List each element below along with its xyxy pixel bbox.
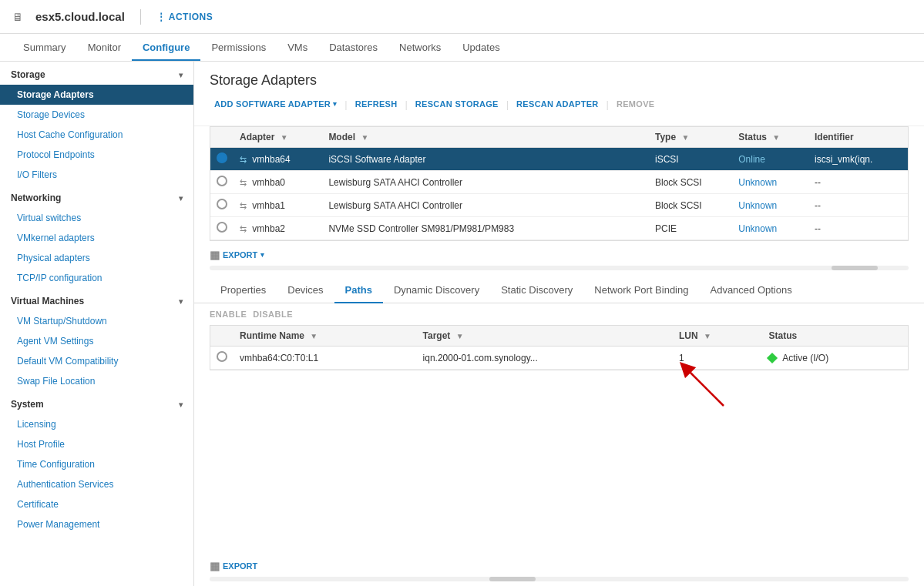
row-radio-1[interactable] bbox=[210, 148, 234, 171]
table-row[interactable]: ⇆ vmhba64 iSCSI Software Adapter iSCSI O… bbox=[210, 148, 908, 171]
radio-icon-2 bbox=[217, 176, 227, 186]
adapter-type-4: PCIE bbox=[649, 217, 732, 240]
path-lun-1: 1 bbox=[673, 347, 763, 370]
path-col-target[interactable]: Target ▼ bbox=[417, 326, 673, 347]
export-upper-button[interactable]: ▦ EXPORT ▾ bbox=[210, 249, 264, 261]
tab-permissions[interactable]: Permissions bbox=[200, 35, 277, 61]
radio-icon-4 bbox=[217, 222, 227, 233]
sidebar-section-vms[interactable]: Virtual Machines ▾ bbox=[0, 288, 193, 311]
subtab-dynamic-discovery[interactable]: Dynamic Discovery bbox=[383, 278, 490, 303]
sidebar-section-vms-label: Virtual Machines bbox=[11, 296, 84, 306]
sidebar-item-auth-services[interactable]: Authentication Services bbox=[0, 474, 193, 494]
adapter-id-1: iscsi_vmk(iqn. bbox=[808, 148, 908, 171]
sidebar-item-storage-adapters[interactable]: Storage Adapters bbox=[0, 85, 193, 105]
sidebar-item-io-filters[interactable]: I/O Filters bbox=[0, 165, 193, 185]
sidebar-item-vmkernel-adapters[interactable]: VMkernel adapters bbox=[0, 228, 193, 248]
sep2: | bbox=[405, 99, 407, 110]
subtab-properties[interactable]: Properties bbox=[210, 278, 277, 303]
tab-updates[interactable]: Updates bbox=[452, 35, 510, 61]
row-radio-4[interactable] bbox=[210, 217, 234, 240]
sidebar-item-vm-startup[interactable]: VM Startup/Shutdown bbox=[0, 311, 193, 331]
sidebar-item-physical-adapters[interactable]: Physical adapters bbox=[0, 248, 193, 268]
sidebar-item-host-cache[interactable]: Host Cache Configuration bbox=[0, 125, 193, 145]
actions-button[interactable]: ⋮ ACTIONS bbox=[156, 12, 213, 22]
table-row[interactable]: vmhba64:C0:T0:L1 iqn.2000-01.com.synolog… bbox=[210, 347, 908, 370]
adapters-table: Adapter ▼ Model ▼ Type ▼ Status ▼ Identi… bbox=[210, 127, 908, 240]
sidebar-item-host-profile[interactable]: Host Profile bbox=[0, 434, 193, 454]
tab-vms[interactable]: VMs bbox=[277, 35, 318, 61]
table-row[interactable]: ⇆ vmhba1 Lewisburg SATA AHCI Controller … bbox=[210, 194, 908, 217]
export-lower-button[interactable]: ▦ EXPORT bbox=[210, 560, 257, 572]
scroll-thumb-2[interactable] bbox=[489, 577, 536, 581]
subtab-static-discovery[interactable]: Static Discovery bbox=[490, 278, 583, 303]
path-col-runtime[interactable]: Runtime Name ▼ bbox=[234, 326, 417, 347]
path-col-radio bbox=[210, 326, 234, 347]
subtab-paths[interactable]: Paths bbox=[334, 278, 383, 303]
sidebar-item-default-vm-compat[interactable]: Default VM Compatibility bbox=[0, 351, 193, 371]
sidebar-item-power-management[interactable]: Power Management bbox=[0, 514, 193, 534]
row-radio-3[interactable] bbox=[210, 194, 234, 217]
upper-table-section: Adapter ▼ Model ▼ Type ▼ Status ▼ Identi… bbox=[194, 126, 924, 241]
sidebar: Storage ▾ Storage Adapters Storage Devic… bbox=[0, 62, 194, 586]
sidebar-item-time-config[interactable]: Time Configuration bbox=[0, 454, 193, 474]
sidebar-item-swap-file[interactable]: Swap File Location bbox=[0, 371, 193, 391]
sidebar-item-protocol-endpoints[interactable]: Protocol Endpoints bbox=[0, 145, 193, 165]
col-type[interactable]: Type ▼ bbox=[649, 127, 732, 148]
sidebar-section-system[interactable]: System ▾ bbox=[0, 391, 193, 414]
col-adapter[interactable]: Adapter ▼ bbox=[234, 127, 322, 148]
col-identifier[interactable]: Identifier bbox=[808, 127, 908, 148]
refresh-button[interactable]: REFRESH bbox=[351, 96, 402, 112]
sidebar-section-system-label: System bbox=[11, 399, 44, 410]
active-io-icon bbox=[767, 353, 778, 363]
path-col-status[interactable]: Status bbox=[762, 326, 908, 347]
radio-icon-3 bbox=[217, 199, 227, 209]
col-status[interactable]: Status ▼ bbox=[732, 127, 808, 148]
col-model[interactable]: Model ▼ bbox=[322, 127, 649, 148]
table-row[interactable]: ⇆ vmhba2 NVMe SSD Controller SM981/PM981… bbox=[210, 217, 908, 240]
sidebar-item-virtual-switches[interactable]: Virtual switches bbox=[0, 208, 193, 228]
active-io-label: Active (I/O) bbox=[782, 353, 828, 363]
sidebar-section-networking[interactable]: Networking ▾ bbox=[0, 185, 193, 208]
path-col-lun[interactable]: LUN ▼ bbox=[673, 326, 763, 347]
sep3: | bbox=[506, 99, 509, 110]
adapter-type-3: Block SCSI bbox=[649, 194, 732, 217]
sidebar-item-licensing[interactable]: Licensing bbox=[0, 414, 193, 434]
sidebar-item-certificate[interactable]: Certificate bbox=[0, 494, 193, 514]
tab-configure[interactable]: Configure bbox=[132, 35, 200, 61]
sidebar-item-storage-devices[interactable]: Storage Devices bbox=[0, 105, 193, 125]
row-radio-2[interactable] bbox=[210, 171, 234, 194]
chevron-down-icon-4: ▾ bbox=[179, 400, 183, 409]
tab-networks[interactable]: Networks bbox=[388, 35, 452, 61]
add-software-adapter-button[interactable]: ADD SOFTWARE ADAPTER ▾ bbox=[210, 96, 341, 112]
subtab-advanced-options[interactable]: Advanced Options bbox=[699, 278, 802, 303]
enable-button[interactable]: ENABLE bbox=[210, 310, 247, 319]
table-row[interactable]: ⇆ vmhba0 Lewisburg SATA AHCI Controller … bbox=[210, 171, 908, 194]
scroll-thumb-1[interactable] bbox=[832, 266, 878, 270]
tab-datastores[interactable]: Datastores bbox=[318, 35, 388, 61]
disable-button[interactable]: DISABLE bbox=[253, 310, 293, 319]
sidebar-item-tcpip-config[interactable]: TCP/IP configuration bbox=[0, 268, 193, 288]
path-runtime-1: vmhba64:C0:T0:L1 bbox=[234, 347, 417, 370]
adapter-name-2: ⇆ vmhba0 bbox=[234, 171, 322, 194]
remove-button[interactable]: REMOVE bbox=[612, 96, 659, 112]
adapter-icon-2: ⇆ bbox=[240, 178, 247, 187]
adapters-table-container: Adapter ▼ Model ▼ Type ▼ Status ▼ Identi… bbox=[210, 126, 909, 241]
host-name: esx5.cloud.local bbox=[35, 10, 125, 23]
adapter-icon-4: ⇆ bbox=[240, 224, 247, 233]
sidebar-section-networking-label: Networking bbox=[11, 193, 61, 203]
rescan-storage-button[interactable]: RESCAN STORAGE bbox=[411, 96, 503, 112]
export-chevron-icon: ▾ bbox=[260, 251, 264, 259]
subtab-devices[interactable]: Devices bbox=[277, 278, 334, 303]
path-radio-1[interactable] bbox=[210, 347, 234, 370]
rescan-adapter-button[interactable]: RESCAN ADAPTER bbox=[512, 96, 603, 112]
scroll-hint-2 bbox=[210, 577, 909, 581]
sidebar-section-storage[interactable]: Storage ▾ bbox=[0, 62, 193, 85]
adapter-id-2: -- bbox=[808, 171, 908, 194]
dropdown-arrow-icon: ▾ bbox=[333, 100, 337, 108]
adapter-model-1: iSCSI Software Adapter bbox=[322, 148, 649, 171]
tab-summary[interactable]: Summary bbox=[12, 35, 77, 61]
nav-tabs: Summary Monitor Configure Permissions VM… bbox=[0, 34, 924, 62]
subtab-network-port-binding[interactable]: Network Port Binding bbox=[583, 278, 699, 303]
tab-monitor[interactable]: Monitor bbox=[77, 35, 132, 61]
sidebar-item-agent-vm[interactable]: Agent VM Settings bbox=[0, 331, 193, 351]
